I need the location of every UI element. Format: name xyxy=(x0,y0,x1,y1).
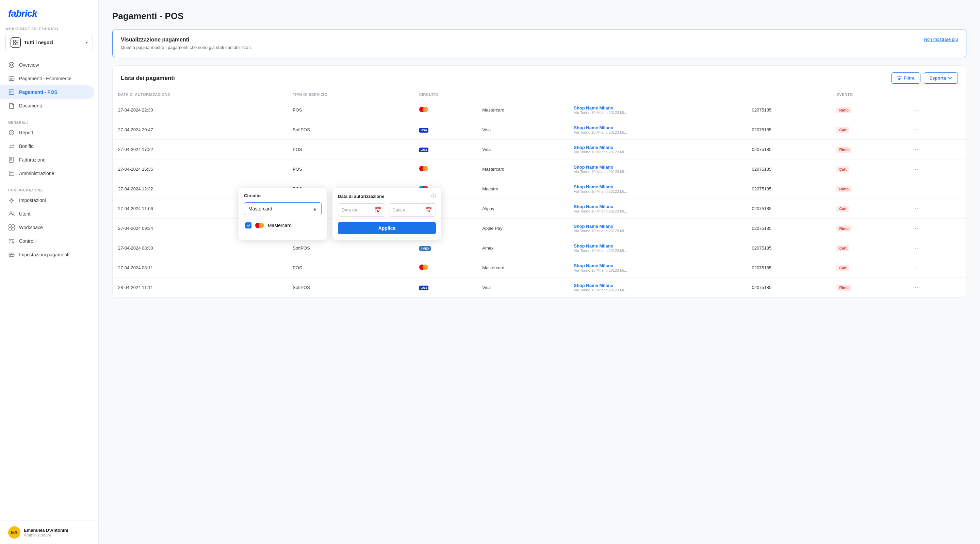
shop-name[interactable]: Shop Name Milano xyxy=(574,165,741,170)
cell-phone: 02075185 xyxy=(746,278,831,298)
svg-point-11 xyxy=(11,200,13,201)
cell-shop: Shop Name Milano Via Torino 10 Milano 20… xyxy=(568,140,746,159)
circuit-option-mastercard[interactable]: Mastercard xyxy=(244,219,321,232)
shop-name[interactable]: Shop Name Milano xyxy=(574,224,741,229)
sidebar-item-workspace-label: Workspace xyxy=(19,225,43,230)
export-button[interactable]: Esporta xyxy=(924,73,958,84)
cell-event: Rimb xyxy=(831,179,907,199)
sidebar-item-report[interactable]: Report xyxy=(0,126,98,140)
more-button[interactable]: ··· xyxy=(912,105,923,115)
more-button[interactable]: ··· xyxy=(912,184,923,194)
more-button[interactable]: ··· xyxy=(912,263,923,273)
sidebar-item-fatturazione[interactable]: Fatturazione xyxy=(0,153,98,167)
more-button[interactable]: ··· xyxy=(912,204,923,214)
shop-name[interactable]: Shop Name Milano xyxy=(574,263,741,268)
sidebar-item-amministrazione[interactable]: Amministrazione xyxy=(0,167,98,180)
date-to-input[interactable]: Data a 📅 xyxy=(388,203,436,217)
cell-service: POS xyxy=(287,159,414,179)
svg-rect-16 xyxy=(12,228,14,230)
avatar: EA xyxy=(8,526,21,539)
date-inputs: Data da 📅 Data a 📅 xyxy=(338,203,436,217)
svg-rect-13 xyxy=(9,225,11,227)
shop-name[interactable]: Shop Name Milano xyxy=(574,125,741,130)
settings-icon xyxy=(8,197,15,204)
sidebar-item-controlli[interactable]: Controlli xyxy=(0,234,98,248)
shop-name[interactable]: Shop Name Milano xyxy=(574,204,741,209)
sidebar-item-bonifici-label: Bonifici xyxy=(19,143,34,149)
svg-rect-3 xyxy=(16,43,18,45)
sidebar-item-impostazioni[interactable]: Impostazioni xyxy=(0,193,98,207)
cell-circuit-name: Mastercard xyxy=(477,258,568,278)
banner-text: Visualizzazione pagamenti Questa pagina … xyxy=(121,37,252,50)
workspace-selector[interactable]: Tutti i negozi ▾ xyxy=(5,34,93,51)
more-button[interactable]: ··· xyxy=(912,282,923,292)
sidebar-item-bonifici[interactable]: Bonifici xyxy=(0,140,98,153)
cell-date: 27-04-2024 08:11 xyxy=(113,258,287,278)
mastercard-icon xyxy=(255,222,264,229)
shop-name[interactable]: Shop Name Milano xyxy=(574,243,741,249)
more-button[interactable]: ··· xyxy=(912,224,923,233)
svg-rect-10 xyxy=(9,171,14,176)
sidebar-item-pagamenti-ecommerce[interactable]: Pagamenti - Ecommerce xyxy=(0,72,98,85)
cell-circuit-icon: AMEX xyxy=(414,238,477,258)
cell-date: 27-04-2024 20:47 xyxy=(113,120,287,140)
sidebar-item-impostazioni-pagamenti[interactable]: Impostazioni pagamenti xyxy=(0,248,98,262)
main-nav: Overview Pagamenti - Ecommerce Pagamenti… xyxy=(0,56,98,115)
cell-circuit-icon: VISA xyxy=(414,278,477,298)
cell-service: SoftPOS xyxy=(287,278,414,298)
more-button[interactable]: ··· xyxy=(912,243,923,253)
cell-event: Catt xyxy=(831,199,907,219)
circuit-select[interactable]: Mastercard ▲ xyxy=(244,202,321,215)
workspace-chevron-icon: ▾ xyxy=(86,40,88,45)
sidebar-item-utenti[interactable]: Utenti xyxy=(0,207,98,220)
ecommerce-icon xyxy=(8,75,15,82)
filter-icon xyxy=(897,76,902,81)
sidebar-item-pagamenti-pos[interactable]: Pagamenti - POS xyxy=(0,85,94,99)
cell-circuit-name: Mastercard xyxy=(477,100,568,120)
sidebar-item-controlli-label: Controlli xyxy=(19,238,37,244)
more-button[interactable]: ··· xyxy=(912,144,923,154)
cell-circuit-icon xyxy=(414,100,477,120)
sidebar-item-overview[interactable]: Overview xyxy=(0,58,98,72)
shop-name[interactable]: Shop Name Milano xyxy=(574,105,741,111)
date-range-info-icon[interactable]: ⓘ xyxy=(431,193,436,199)
svg-rect-0 xyxy=(13,40,15,42)
cell-event: Catt xyxy=(831,159,907,179)
apply-button[interactable]: Applica xyxy=(338,222,436,234)
svg-rect-2 xyxy=(13,43,15,45)
cell-phone: 02075185 xyxy=(746,179,831,199)
cell-shop: Shop Name Milano Via Torino 10 Milano 20… xyxy=(568,199,746,219)
logo-area: fabrick xyxy=(0,0,98,24)
shop-addr: Via Torino 10 Milano 20123 Mi... xyxy=(574,209,741,213)
sidebar-item-workspace[interactable]: Workspace xyxy=(0,220,98,234)
more-button[interactable]: ··· xyxy=(912,164,923,174)
shop-addr: Via Torino 10 Milano 20123 Mi... xyxy=(574,288,741,292)
svg-point-21 xyxy=(11,253,12,254)
cell-phone: 02075185 xyxy=(746,159,831,179)
shop-addr: Via Torino 10 Milano 20123 Mi... xyxy=(574,111,741,114)
user-role: Amministratore xyxy=(24,533,68,538)
table-head: DATA DI AUTORIZZAZIONE TIPO DI SERVIZIO … xyxy=(113,89,966,100)
circuit-select-chevron-icon: ▲ xyxy=(312,206,317,211)
sidebar-item-documenti[interactable]: Documenti xyxy=(0,99,98,113)
table-row: 27-04-2024 22:30 POS Mastercard Shop Nam… xyxy=(113,100,966,120)
workspace-section: WORKSPACE SELEZIONATO Tutti i negozi ▾ xyxy=(0,24,98,56)
export-chevron-icon xyxy=(948,76,952,80)
cell-circuit-icon: VISA xyxy=(414,140,477,159)
filter-label: Filtra xyxy=(904,76,915,81)
workspace-section-label: WORKSPACE SELEZIONATO xyxy=(5,27,93,31)
sidebar-item-fatturazione-label: Fatturazione xyxy=(19,157,46,163)
filter-button[interactable]: Filtra xyxy=(891,73,920,84)
user-profile[interactable]: EA Emanuela D'Antonini Amministratore xyxy=(0,520,98,544)
banner-dismiss-button[interactable]: Non mostrare più xyxy=(924,37,958,42)
transfer-icon xyxy=(8,143,15,150)
date-to-placeholder: Data a xyxy=(392,208,405,213)
shop-name[interactable]: Shop Name Milano xyxy=(574,283,741,288)
shop-name[interactable]: Shop Name Milano xyxy=(574,184,741,189)
more-button[interactable]: ··· xyxy=(912,125,923,135)
date-from-input[interactable]: Data da 📅 xyxy=(338,203,385,217)
cell-date: 27-04-2024 17:22 xyxy=(113,140,287,159)
shop-name[interactable]: Shop Name Milano xyxy=(574,145,741,150)
table-row: 27-04-2024 15:35 POS Mastercard Shop Nam… xyxy=(113,159,966,179)
cell-phone: 02075185 xyxy=(746,258,831,278)
